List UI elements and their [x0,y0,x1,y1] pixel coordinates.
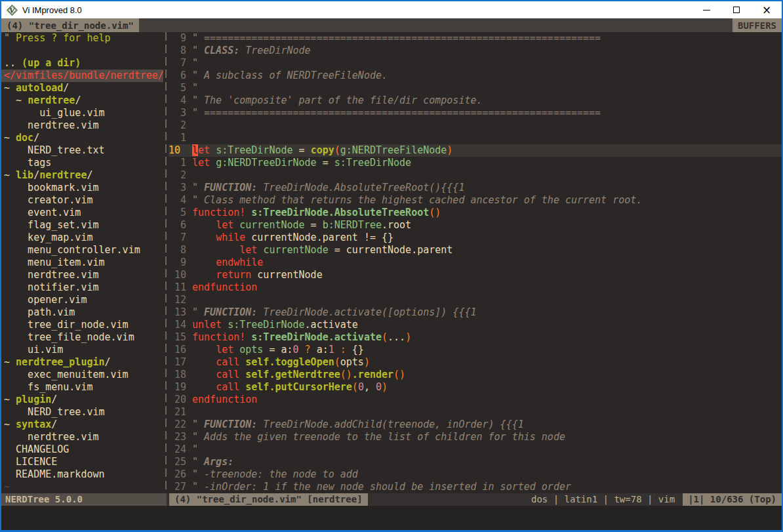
nerdtree-row[interactable]: ~ doc/ [1,132,163,144]
code-line[interactable]: 8" CLASS: TreeDirNode [169,45,782,57]
code-line[interactable]: 2 [169,119,782,132]
code-line[interactable]: 18 call self.getNerdtree().render() [169,369,782,381]
line-number: 2 [169,169,186,182]
nerdtree-row[interactable]: menu_controller.vim [1,244,163,256]
nerdtree-row[interactable]: ~ [1,481,163,493]
code-line[interactable]: 6 let currentNode = b:NERDTree.root [169,219,782,232]
maximize-button[interactable] [721,1,752,18]
nerdtree-row[interactable]: event.vim [1,207,163,219]
code-line[interactable]: 10let s:TreeDirNode = copy(g:NERDTreeFil… [169,144,782,157]
code-token: 0 [293,344,299,356]
code-line[interactable]: 6" A subclass of NERDTreeFileNode. [169,70,782,82]
code-line[interactable]: 12 [169,294,782,306]
code-line[interactable]: 19 call self.putCursorHere(0, 0) [169,381,782,394]
nerdtree-row[interactable]: ~ nerdtree_plugin/ [1,356,163,369]
code-buffer[interactable]: 9" =====================================… [169,32,782,493]
nerdtree-panel[interactable]: " Press ? for help.. (up a dir)</vimfile… [1,32,163,493]
code-line[interactable]: 4" Class method that returns the highest… [169,194,782,207]
code-line[interactable]: 3" FUNCTION: TreeDirNode.AbsoluteTreeRoo… [169,182,782,194]
nerdtree-row[interactable]: CHANGELOG [1,443,163,456]
nerdtree-row[interactable]: tree_dir_node.vim [1,319,163,331]
close-button[interactable]: × [752,1,782,18]
nerdtree-row[interactable]: menu_item.vim [1,256,163,269]
nerdtree-row[interactable]: creator.vim [1,194,163,207]
code-line[interactable]: 17 call self.toggleOpen(opts) [169,356,782,369]
nerdtree-row[interactable]: " Press ? for help [1,32,163,45]
line-number: 9 [169,32,186,45]
nerdtree-row[interactable]: tags [1,157,163,169]
window-separator[interactable] [163,32,169,493]
code-token: ui.vim [4,344,63,356]
nerdtree-row[interactable]: LICENCE [1,456,163,468]
nerdtree-row[interactable]: ui_glue.vim [1,107,163,119]
nerdtree-row[interactable] [1,45,163,57]
line-number: 25 [169,456,186,468]
code-token: / [75,94,81,106]
nerdtree-row[interactable]: tree_file_node.vim [1,331,163,344]
code-line[interactable]: 10 return currentNode [169,269,782,281]
minimize-button[interactable] [691,1,721,18]
code-line[interactable]: 16 let opts = a:0 ? a:1 : {} [169,344,782,356]
nerdtree-row[interactable]: ~ autoload/ [1,82,163,94]
code-token: ~ [4,481,10,493]
code-line[interactable]: 4" The 'composite' part of the file/dir … [169,94,782,107]
code-line[interactable]: 24" [169,443,782,456]
nerdtree-row[interactable]: nerdtree.vim [1,269,163,281]
code-line[interactable]: 1 [169,132,782,144]
nerdtree-row[interactable]: opener.vim [1,294,163,306]
nerdtree-row[interactable]: notifier.vim [1,281,163,294]
code-line[interactable]: 9" =====================================… [169,32,782,45]
code-line[interactable]: 22" FUNCTION: TreeDirNode.addChild(treen… [169,419,782,431]
code-line[interactable]: 9 endwhile [169,256,782,269]
code-line[interactable]: 7" [169,57,782,70]
nerdtree-row[interactable]: nerdtree.vim [1,119,163,132]
code-line[interactable]: 5" [169,82,782,94]
code-line[interactable]: 23" Adds the given treenode to the list … [169,431,782,443]
code-line[interactable]: 5function! s:TreeDirNode.AbsoluteTreeRoo… [169,207,782,219]
code-token: ~ [4,419,16,430]
nerdtree-row[interactable]: NERD_tree.vim [1,406,163,419]
code-line[interactable]: 26" -treenode: the node to add [169,468,782,481]
nerdtree-row[interactable]: NERD_tree.txt [1,144,163,157]
code-line[interactable]: 21 [169,406,782,419]
code-line[interactable]: 11endfunction [169,281,782,294]
nerdtree-row[interactable]: ~ syntax/ [1,419,163,431]
code-token: fs_menu.vim [4,381,92,393]
code-line[interactable]: 7 while currentNode.parent != {} [169,232,782,244]
code-line[interactable]: 25" Args: [169,456,782,468]
nerdtree-row[interactable]: key_map.vim [1,232,163,244]
nerdtree-row[interactable]: ~ lib/nerdtree/ [1,169,163,182]
nerdtree-root-row[interactable]: </vimfiles/bundle/nerdtree/ [1,70,163,82]
code-line[interactable]: 27" -inOrder: 1 if the new node should b… [169,481,782,493]
line-text: " [192,443,782,456]
code-line[interactable]: 3" =====================================… [169,107,782,119]
line-text: " A subclass of NERDTreeFileNode. [192,70,782,82]
line-number: 2 [169,119,186,132]
code-line[interactable]: 13" FUNCTION: TreeDirNode.activate([opti… [169,306,782,319]
nerdtree-row[interactable]: path.vim [1,306,163,319]
nerdtree-row[interactable]: flag_set.vim [1,219,163,232]
code-line[interactable]: 14unlet s:TreeDirNode.activate [169,319,782,331]
nerdtree-row[interactable]: fs_menu.vim [1,381,163,394]
nerdtree-row[interactable]: nerdtree.vim [1,431,163,443]
nerdtree-row[interactable]: ~ plugin/ [1,394,163,406]
nerdtree-row[interactable]: bookmark.vim [1,182,163,194]
line-number: 4 [169,194,186,207]
code-line[interactable]: 20endfunction [169,394,782,406]
nerdtree-row[interactable]: README.markdown [1,468,163,481]
close-icon: × [762,5,771,16]
line-number: 6 [169,219,186,232]
nerdtree-row[interactable]: ~ nerdtree/ [1,94,163,107]
line-text: endwhile [192,256,782,269]
code-line[interactable]: 15function! s:TreeDirNode.activate(...) [169,331,782,344]
nerdtree-row[interactable]: ui.vim [1,344,163,356]
nerdtree-row[interactable]: .. (up a dir) [1,57,163,70]
nerdtree-row[interactable]: exec_menuitem.vim [1,369,163,381]
line-text: " ======================================… [192,32,782,45]
line-text: " FUNCTION: TreeDirNode.AbsoluteTreeRoot… [192,182,782,194]
tab-tree-dir-node[interactable]: (4) "tree_dir_node.vim" [1,18,139,32]
code-line[interactable]: 2 [169,169,782,182]
code-line[interactable]: 8 let currentNode = currentNode.parent [169,244,782,256]
code-line[interactable]: 1let g:NERDTreeDirNode = s:TreeDirNode [169,157,782,169]
command-line[interactable] [1,506,782,530]
